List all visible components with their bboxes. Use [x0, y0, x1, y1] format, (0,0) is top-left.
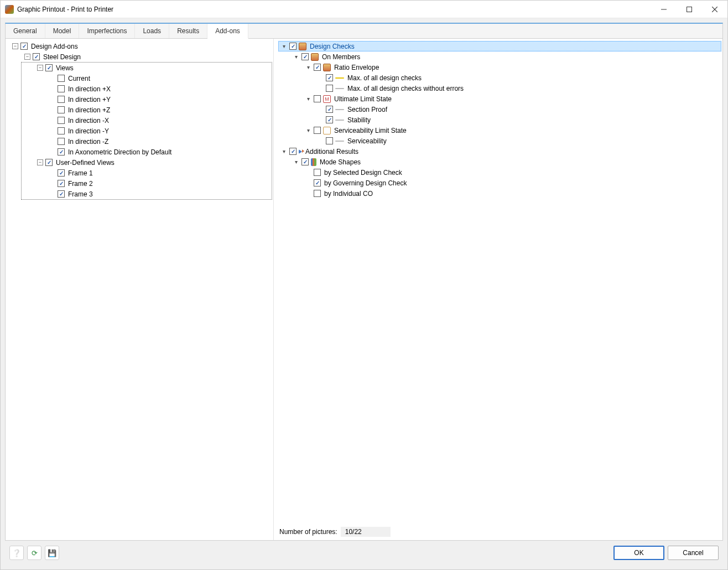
cancel-button[interactable]: Cancel — [668, 546, 719, 560]
ok-label: OK — [634, 549, 643, 557]
checkbox[interactable] — [58, 180, 65, 187]
checkbox[interactable] — [58, 85, 65, 92]
checkbox[interactable] — [314, 179, 321, 186]
chevron-down-icon[interactable] — [293, 159, 299, 165]
help-icon: ❔ — [12, 549, 21, 557]
tab-loads[interactable]: Loads — [135, 24, 169, 38]
checkbox[interactable] — [326, 137, 333, 144]
chevron-down-icon[interactable] — [305, 64, 311, 71]
checkbox[interactable] — [58, 117, 65, 124]
tree-leaf[interactable]: Serviceability — [315, 136, 721, 146]
node-label: by Individual CO — [323, 190, 373, 198]
checkbox[interactable] — [58, 106, 65, 113]
chevron-down-icon[interactable] — [280, 43, 287, 50]
tree-leaf[interactable]: Section Proof — [315, 104, 721, 115]
checkbox[interactable] — [326, 74, 333, 81]
checkbox[interactable] — [326, 116, 333, 123]
checkbox[interactable] — [20, 43, 28, 50]
tree-leaf[interactable]: by Individual CO — [303, 188, 721, 199]
checkbox[interactable] — [301, 53, 309, 60]
node-user-defined-views[interactable]: − User-Defined Views — [35, 157, 272, 168]
checkbox[interactable] — [314, 95, 321, 102]
checkbox[interactable] — [301, 158, 309, 165]
tree-leaf[interactable]: Current — [47, 73, 272, 84]
checkbox[interactable] — [326, 85, 333, 92]
checkbox[interactable] — [289, 148, 297, 155]
tab-results[interactable]: Results — [169, 24, 207, 38]
tab-addons[interactable]: Add-ons — [207, 24, 248, 39]
node-label: Design Add-ons — [30, 43, 78, 50]
checkbox[interactable] — [314, 64, 321, 71]
checkbox[interactable] — [45, 159, 53, 166]
tab-model[interactable]: Model — [45, 24, 80, 38]
spacer-icon — [49, 86, 55, 92]
tree-leaf[interactable]: In direction -Z — [47, 136, 272, 147]
chevron-down-icon[interactable] — [305, 127, 311, 134]
tree-leaf[interactable]: In direction +X — [47, 84, 272, 94]
close-icon — [712, 7, 717, 12]
minimize-button[interactable] — [651, 1, 677, 18]
tree-leaf[interactable]: by Governing Design Check — [303, 178, 721, 188]
node-label: Current — [67, 75, 90, 82]
node-on-members[interactable]: On Members — [290, 51, 721, 62]
checkbox[interactable] — [314, 127, 321, 134]
node-ratio-envelope[interactable]: Ratio Envelope — [303, 62, 721, 72]
tree-leaf[interactable]: In Axonometric Direction by Default — [47, 147, 272, 157]
chevron-down-icon[interactable] — [305, 96, 311, 102]
checkbox[interactable] — [58, 169, 65, 177]
checkbox[interactable] — [58, 96, 65, 103]
node-uls[interactable]: M Ultimate Limit State — [303, 94, 721, 104]
node-design-checks[interactable]: Design Checks — [278, 41, 721, 51]
chevron-down-icon[interactable] — [280, 148, 287, 155]
checkbox[interactable] — [45, 64, 53, 71]
node-label: Max. of all design checks without errors — [346, 85, 464, 92]
checkbox[interactable] — [58, 148, 65, 156]
checkbox[interactable] — [58, 138, 65, 145]
tree-leaf[interactable]: In direction +Z — [47, 105, 272, 115]
expand-icon[interactable]: − — [37, 159, 43, 165]
checkbox[interactable] — [289, 43, 297, 50]
tree-leaf[interactable]: Frame 1 — [47, 168, 272, 178]
node-label: Max. of all design checks — [346, 74, 422, 82]
maximize-button[interactable] — [677, 1, 702, 18]
checkbox[interactable] — [314, 169, 321, 176]
expand-icon[interactable]: − — [12, 43, 18, 49]
node-label: In direction +Z — [67, 106, 110, 114]
node-steel-design[interactable]: − Steel Design — [22, 51, 272, 62]
checkbox[interactable] — [58, 127, 65, 134]
checkbox[interactable] — [33, 53, 40, 60]
tab-imperfections[interactable]: Imperfections — [79, 24, 135, 38]
node-design-addons[interactable]: − Design Add-ons — [10, 41, 272, 51]
tree-leaf[interactable]: by Selected Design Check — [303, 167, 721, 178]
tree-leaf[interactable]: In direction -X — [47, 115, 272, 126]
chevron-down-icon[interactable] — [293, 54, 299, 60]
node-mode-shapes[interactable]: Mode Shapes — [290, 157, 721, 167]
node-label: by Governing Design Check — [323, 179, 407, 187]
checkbox[interactable] — [314, 190, 321, 197]
tab-general[interactable]: General — [6, 24, 45, 38]
expand-icon[interactable]: − — [24, 54, 30, 60]
spacer-icon — [49, 138, 55, 144]
node-additional-results[interactable]: Additional Results — [278, 146, 721, 157]
close-button[interactable] — [702, 1, 727, 18]
save-default-button[interactable]: 💾 — [45, 546, 59, 560]
node-label: Steel Design — [42, 53, 81, 61]
tree-leaf[interactable]: In direction -Y — [47, 126, 272, 136]
bars-icon — [311, 158, 316, 166]
node-sls[interactable]: Serviceability Limit State — [303, 125, 721, 136]
node-label: Ratio Envelope — [333, 64, 379, 71]
checkbox[interactable] — [326, 106, 333, 113]
tree-leaf[interactable]: In direction +Y — [47, 94, 272, 105]
checkbox[interactable] — [58, 75, 65, 82]
node-views[interactable]: − Views — [35, 63, 272, 73]
tree-leaf[interactable]: Stability — [315, 115, 721, 125]
checkbox[interactable] — [58, 190, 65, 198]
refresh-button[interactable]: ⟳ — [27, 546, 41, 560]
tree-leaf[interactable]: Frame 2 — [47, 178, 272, 189]
tree-leaf[interactable]: Max. of all design checks — [315, 72, 721, 83]
help-button[interactable]: ❔ — [9, 546, 24, 560]
ok-button[interactable]: OK — [613, 546, 664, 560]
expand-icon[interactable]: − — [37, 65, 43, 71]
tree-leaf[interactable]: Max. of all design checks without errors — [315, 83, 721, 94]
tree-leaf[interactable]: Frame 3 — [47, 189, 272, 199]
